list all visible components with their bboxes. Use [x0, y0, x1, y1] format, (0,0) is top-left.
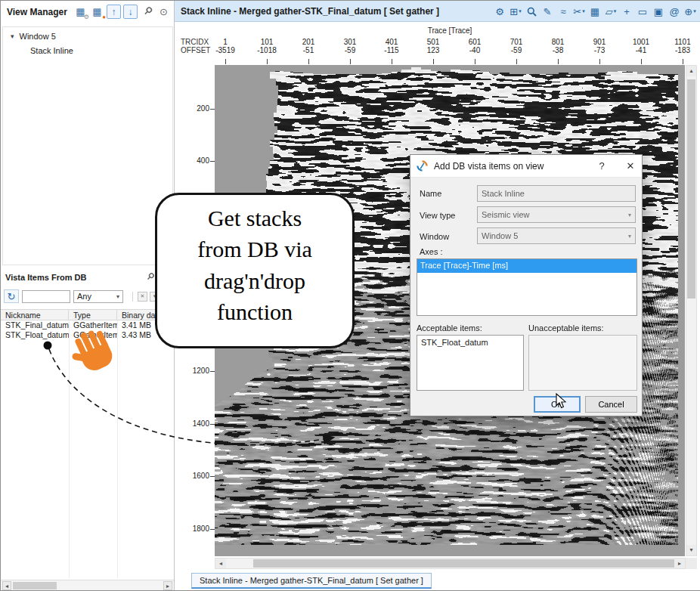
- view-manager-title: View Manager: [7, 7, 67, 17]
- viewer-tab[interactable]: Stack Inline - Merged gather-STK_Final_d…: [191, 573, 432, 589]
- filter-input[interactable]: [22, 290, 70, 303]
- acceptable-items-list[interactable]: STK_Float_datum: [417, 335, 524, 391]
- layout-settings-icon[interactable]: ▦ ⚙: [73, 5, 88, 19]
- help-button[interactable]: ?: [590, 155, 613, 178]
- table-header: Nickname Type Binary dat: [1, 309, 174, 320]
- clear-filter-button[interactable]: ✕: [138, 292, 147, 302]
- axis-tick-mark: [558, 59, 559, 64]
- axes-list-item-selected[interactable]: Trace [Trace]-Time [ms]: [417, 259, 637, 273]
- axis-tick-mark: [683, 59, 683, 64]
- annotation-icon[interactable]: @: [668, 3, 680, 20]
- comment-icon[interactable]: ▭: [637, 3, 649, 20]
- pin-icon[interactable]: [140, 5, 154, 19]
- left-panel-scrollbar[interactable]: ◂ ▸: [1, 580, 174, 590]
- viewer-toolbar: ⚙ ⊞▾ ✎ ≈ ✂▾ ▦ ▱▾ + ▭ ▣ @ ⊕▾: [494, 3, 696, 20]
- scroll-right-arrow[interactable]: ▸: [674, 559, 685, 568]
- export-view-button[interactable]: ↓: [123, 5, 138, 19]
- scroll-up-arrow[interactable]: ▴: [686, 66, 696, 76]
- view-type-select[interactable]: Seismic view ▾: [477, 206, 636, 223]
- application-window: View Manager ▦ ⚙ ▦ ● ↑ ↓ ⊙ ▾ Window 5 St…: [0, 0, 700, 591]
- snapshot-icon[interactable]: ▣: [652, 3, 664, 20]
- axes-list[interactable]: Trace [Trace]-Time [ms]: [417, 258, 637, 316]
- scroll-left-arrow[interactable]: ◂: [2, 581, 11, 590]
- scrollbar-thumb[interactable]: [687, 79, 695, 299]
- name-field[interactable]: [477, 185, 636, 202]
- waveform-icon[interactable]: ≈: [557, 3, 569, 20]
- time-tick-label: 1400: [181, 419, 209, 428]
- pin-icon[interactable]: [146, 272, 154, 282]
- time-tick-label: 1600: [181, 472, 209, 480]
- expander-icon[interactable]: ▾: [11, 32, 14, 40]
- vista-panel-title: Vista Items From DB: [5, 273, 86, 282]
- dialog-title-bar: Add DB vista items on view ? ✕: [410, 155, 642, 178]
- close-icon[interactable]: ✕: [619, 155, 642, 178]
- trace-tick-label: 401: [386, 38, 398, 46]
- scrollbar-corner: [686, 558, 697, 569]
- offset-tick-label: -59: [511, 46, 522, 54]
- options-icon[interactable]: ⊙: [156, 5, 171, 19]
- column-divider: [69, 320, 70, 578]
- viewer-title-bar: Stack Inline - Merged gather-STK_Final_d…: [175, 1, 700, 22]
- select-mode-icon[interactable]: ⊞▾: [510, 3, 522, 20]
- dot-badge-icon: ●: [102, 14, 106, 20]
- add-db-vista-items-dialog: Add DB vista items on view ? ✕ Name View…: [410, 154, 643, 416]
- refresh-button[interactable]: ↻: [4, 289, 19, 303]
- grid-icon[interactable]: ▦: [589, 3, 601, 20]
- acceptable-items-label: Acceptable items:: [417, 323, 482, 333]
- scrollbar-thumb[interactable]: [13, 582, 57, 589]
- column-header-type[interactable]: Type: [69, 310, 117, 320]
- tree-item-window5[interactable]: ▾ Window 5: [3, 27, 172, 44]
- time-tick-label: 400: [181, 156, 209, 165]
- cut-icon[interactable]: ✂▾: [573, 3, 585, 20]
- tab-bar: Stack Inline - Merged gather-STK_Final_d…: [175, 573, 700, 590]
- offset-tick-label: -73: [594, 46, 605, 54]
- callout-bubble: Get stacks from DB via drag'n'drop funct…: [155, 193, 355, 348]
- offset-tick-label: -3519: [215, 46, 235, 54]
- axis-tick-mark: [599, 59, 600, 64]
- crosshair-icon[interactable]: +: [621, 3, 633, 20]
- time-tick-label: 200: [181, 104, 209, 113]
- add-view-icon[interactable]: ▦ ●: [90, 5, 104, 19]
- column-header-nickname[interactable]: Nickname: [1, 310, 69, 320]
- scrollbar-thumb[interactable]: [253, 559, 677, 568]
- cancel-button[interactable]: Cancel: [585, 396, 637, 413]
- unacceptable-items-label: Unacceptable items:: [528, 323, 604, 333]
- chevron-down-icon: ▾: [628, 212, 631, 218]
- horizontal-scrollbar[interactable]: ◂ ▸: [215, 558, 686, 569]
- axes-label: Axes :: [420, 247, 443, 256]
- scroll-down-arrow[interactable]: ▾: [686, 545, 696, 555]
- view-type-label: View type: [420, 211, 456, 220]
- offset-tick-label: -183: [675, 46, 690, 54]
- polygon-icon[interactable]: ▱▾: [605, 3, 617, 20]
- import-view-button[interactable]: ↑: [107, 5, 121, 19]
- zoom-icon[interactable]: [525, 3, 537, 20]
- trace-tick-label: 101: [261, 38, 274, 46]
- unacceptable-items-list[interactable]: [528, 335, 637, 391]
- left-panel: View Manager ▦ ⚙ ▦ ● ↑ ↓ ⊙ ▾ Window 5 St…: [1, 1, 175, 590]
- axis-tick-mark: [308, 59, 309, 64]
- vertical-scrollbar[interactable]: ▴ ▾: [686, 65, 697, 556]
- view-manager-tree: ▾ Window 5 Stack Inline: [2, 26, 173, 265]
- axis-tick-mark: [475, 59, 475, 64]
- trace-tick-label: 201: [302, 38, 315, 46]
- settings-icon[interactable]: ⚙: [494, 3, 506, 20]
- axis-tick-mark: [516, 59, 517, 64]
- pick-icon[interactable]: ✎: [541, 3, 553, 20]
- scroll-left-arrow[interactable]: ◂: [215, 559, 226, 568]
- axis-tick-mark: [433, 59, 434, 64]
- drag-hand-icon: [70, 327, 119, 376]
- window-select[interactable]: Window 5 ▾: [477, 227, 636, 244]
- trace-tick-label: 1: [223, 38, 228, 46]
- trace-tick-label: 301: [344, 38, 357, 46]
- tree-item-stack-inline[interactable]: Stack Inline: [3, 44, 172, 57]
- gear-badge-icon: ⚙: [84, 14, 89, 20]
- type-filter-select[interactable]: Any ▾: [73, 290, 123, 303]
- mouse-cursor: [556, 393, 568, 410]
- chevron-down-icon: ▾: [116, 293, 119, 300]
- view-options-icon[interactable]: ⊕▾: [684, 3, 696, 20]
- scroll-right-arrow[interactable]: ▸: [163, 581, 172, 590]
- axis-tick-mark: [225, 59, 226, 64]
- trace-tick-label: 601: [469, 38, 482, 46]
- list-item[interactable]: STK_Float_datum: [417, 336, 523, 349]
- trace-tick-label: 901: [593, 38, 606, 46]
